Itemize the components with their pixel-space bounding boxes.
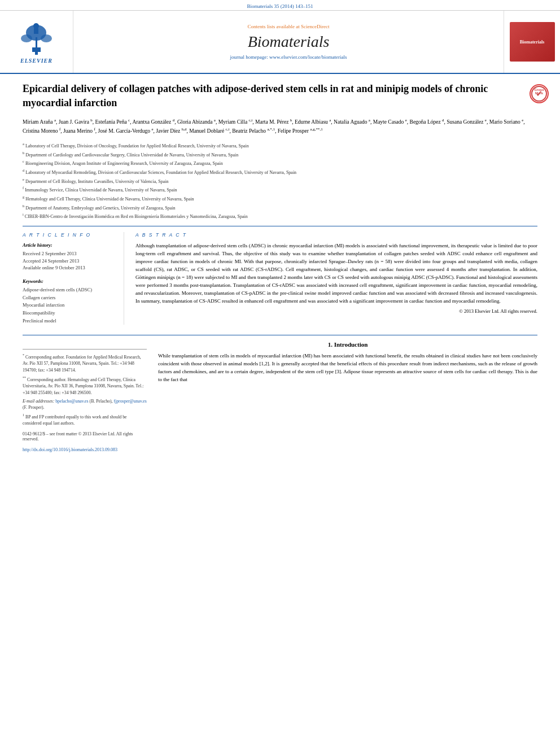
footnote-star1: * Corresponding author. Foundation for A…	[23, 353, 147, 374]
introduction-heading: 1. Introduction	[158, 341, 537, 348]
keywords-label: Keywords:	[23, 278, 116, 284]
crossmark-icon: ✓ Cross Mark	[530, 84, 549, 103]
affiliations-list: a Laboratory of Cell Therapy, Division o…	[23, 141, 537, 220]
article-title: Epicardial delivery of collagen patches …	[23, 82, 537, 110]
doi-link[interactable]: http://dx.doi.org/10.1016/j.biomaterials…	[23, 447, 117, 452]
svg-text:Mark: Mark	[535, 91, 544, 95]
article-info-column: A R T I C L E I N F O Article history: R…	[23, 232, 124, 325]
svg-point-4	[21, 34, 32, 42]
available-online-date: Available online 9 October 2013	[23, 264, 116, 272]
accepted-date: Accepted 24 September 2013	[23, 257, 116, 265]
copyright-notice: © 2013 Elsevier Ltd. All rights reserved…	[135, 308, 537, 314]
crossmark-svg: ✓ Cross Mark	[531, 85, 548, 102]
affiliation-g: g Hematology and Cell Therapy, Clínica U…	[23, 194, 537, 203]
issn-line: 0142-9612/$ – see front matter © 2013 El…	[23, 431, 147, 442]
elsevier-tree-icon	[15, 20, 58, 55]
keyword-2: Collagen carriers	[23, 294, 116, 302]
received-date: Received 2 September 2013	[23, 250, 116, 257]
introduction-two-col: * Corresponding author. Foundation for A…	[23, 341, 537, 452]
journal-homepage-url[interactable]: journal homepage: www.elsevier.com/locat…	[230, 54, 347, 60]
article-info-heading: A R T I C L E I N F O	[23, 232, 116, 238]
elsevier-logo-area: ELSEVIER	[0, 11, 73, 73]
keyword-4: Biocompatibility	[23, 309, 116, 317]
affiliation-i: i CIBER-BBN-Centro de Investigación Biom…	[23, 212, 537, 220]
affiliation-e: e Department of Cell Biology, Instituto …	[23, 177, 537, 185]
affiliation-h: h Department of Anatomy, Embryology and …	[23, 203, 537, 212]
footnote-star2: ** Corresponding author. Hematology and …	[23, 375, 147, 396]
affiliation-f: f Immunology Service, Clínica Universida…	[23, 185, 537, 194]
introduction-text: While transplantation of stem cells in m…	[158, 352, 537, 384]
introduction-section: * Corresponding author. Foundation for A…	[23, 335, 537, 452]
affiliation-d: d Laboratory of Myocardial Remodeling, D…	[23, 168, 537, 176]
abstract-text: Although transplantation of adipose-deri…	[135, 242, 537, 305]
svg-rect-7	[34, 28, 38, 34]
svg-point-6	[33, 23, 39, 29]
elsevier-wordmark: ELSEVIER	[20, 58, 53, 64]
article-content: ✓ Cross Mark Epicardial delivery of coll…	[0, 74, 560, 458]
journal-header: ELSEVIER Contents lists available at Sci…	[0, 11, 560, 74]
journal-title: Biomaterials	[248, 33, 330, 51]
footnote-note1: 1 BP and FP contributed equally to this …	[23, 413, 147, 427]
sciencedirect-name: ScienceDirect	[301, 24, 329, 29]
authors-list: Miriam Araña a, Juan J. Gavira b, Estefa…	[23, 117, 537, 136]
biomaterials-logo-area: Biomaterials	[504, 11, 560, 73]
abstract-column: A B S T R A C T Although transplantation…	[135, 232, 537, 325]
keyword-1: Adipose-derived stem cells (ADSC)	[23, 286, 116, 294]
page: Biomaterials 35 (2014) 143–151 ELSEVIER	[0, 0, 560, 747]
intro-left-footnotes: * Corresponding author. Foundation for A…	[23, 341, 147, 452]
contents-text: Contents lists available at	[248, 24, 300, 29]
keyword-3: Myocardial infarction	[23, 302, 116, 309]
sciencedirect-link[interactable]: Contents lists available at ScienceDirec…	[248, 24, 330, 29]
footnotes-section: * Corresponding author. Foundation for A…	[23, 349, 147, 427]
footnote-email: E-mail addresses: bpelacho@unav.es (B. P…	[23, 398, 147, 411]
introduction-text-area: 1. Introduction While transplantation of…	[158, 341, 537, 452]
article-history-label: Article history:	[23, 242, 116, 248]
keyword-5: Preclinical model	[23, 317, 116, 325]
affiliation-c: c Bioengineering Division, Aragon Instit…	[23, 159, 537, 167]
affiliation-b: b Department of Cardiology and Cardiovas…	[23, 150, 537, 159]
affiliation-a: a Laboratory of Cell Therapy, Division o…	[23, 141, 537, 150]
citation-text: Biomaterials 35 (2014) 143–151	[247, 3, 313, 9]
doi-line: http://dx.doi.org/10.1016/j.biomaterials…	[23, 447, 147, 452]
article-info-abstract-section: A R T I C L E I N F O Article history: R…	[23, 226, 537, 325]
authors-text: Miriam Araña a, Juan J. Gavira b, Estefa…	[23, 119, 525, 134]
journal-citation-bar: Biomaterials 35 (2014) 143–151	[0, 0, 560, 11]
biomaterials-logo-image: Biomaterials	[510, 22, 555, 62]
crossmark-area[interactable]: ✓ Cross Mark	[530, 84, 549, 103]
journal-center-info: Contents lists available at ScienceDirec…	[73, 11, 504, 73]
abstract-heading: A B S T R A C T	[135, 232, 537, 238]
svg-point-5	[41, 34, 52, 42]
